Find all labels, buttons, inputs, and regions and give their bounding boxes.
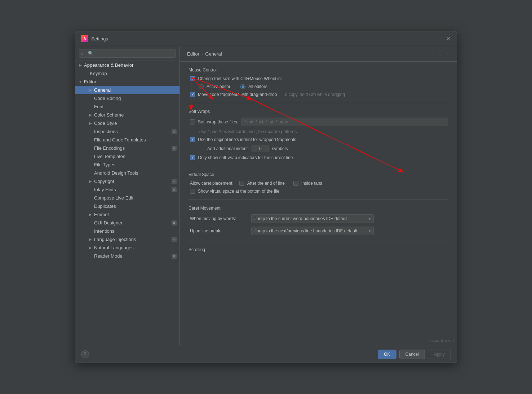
soft-wrap-files-checkbox[interactable] [190,119,195,124]
search-icon: ⌕ [81,51,84,56]
sidebar-label: Copyright [94,179,114,184]
show-virtual-checkbox[interactable] [190,189,195,194]
sidebar-label: Appearance & Behavior [84,62,133,68]
sidebar-item-font[interactable]: Font [75,102,179,111]
soft-wrap-indicators-label: Only show soft-wrap indicators for the c… [198,155,293,160]
change-font-size-checkbox[interactable]: ✓ [190,76,195,81]
change-font-size-label: Change font size with Ctrl+Mouse Wheel i… [198,76,282,81]
divider [189,103,448,103]
checkmark: ✓ [191,77,194,81]
nav-back-button[interactable]: ← [431,50,439,58]
sidebar-item-general[interactable]: ▶ General [75,86,179,94]
sidebar-item-reader-mode[interactable]: Reader Mode ≡ [75,252,179,260]
badge-icon: ≡ [172,237,177,242]
inside-tabs-checkbox[interactable] [293,181,298,186]
sidebar-item-compose-live[interactable]: Compose Live Edit [75,194,179,202]
move-code-checkbox[interactable]: ✓ [190,92,195,97]
sidebar-item-editor[interactable]: ▼ Editor [75,78,179,86]
help-button[interactable]: ? [81,350,89,358]
expand-icon [88,96,93,101]
sidebar-label: GUI Designer [94,220,123,226]
expand-icon: ▶ [88,179,93,184]
soft-wraps-title: Soft Wraps [189,109,448,114]
use-original-indent-label: Use the original line's indent for wrapp… [198,137,296,142]
when-moving-select[interactable]: Jump to the current word boundaries IDE … [251,214,374,223]
sidebar-item-android-design[interactable]: Android Design Tools [75,169,179,177]
nav-forward-button[interactable]: → [441,50,449,58]
show-virtual-label: Show virtual space at the bottom of the … [198,189,279,194]
move-code-label: Move code fragments with drag-and-drop [198,92,277,97]
all-editors-label: All editors [248,84,267,89]
main-content: Editor › General ← → [180,46,457,346]
expand-icon [88,146,93,150]
soft-wrap-files-input[interactable] [241,118,448,126]
allow-caret-label: Allow caret placement: [190,181,234,186]
sidebar-label: File and Code Templates [94,137,146,143]
sidebar-label: File Types [94,162,115,167]
sidebar-item-copyright[interactable]: ▶ Copyright ≡ [75,177,179,185]
sidebar-item-language-injections[interactable]: ▶ Language Injections ≡ [75,235,179,244]
sidebar-item-intentions[interactable]: Intentions [75,227,179,235]
sidebar-item-appearance[interactable]: ▶ Appearance & Behavior [75,61,179,69]
apply-button[interactable]: Apply [428,350,451,359]
breadcrumb-nav: ← → [431,50,449,58]
expand-icon: ▶ [88,121,93,126]
soft-wrap-indicators-checkbox[interactable]: ✓ [190,155,195,160]
search-input[interactable] [79,49,176,58]
checkmark: ✓ [191,138,194,142]
when-moving-row: When moving by words: Jump to the curren… [189,214,448,223]
sidebar-label: Keymap [90,71,107,76]
footer-right: OK Cancel Apply [378,350,451,359]
add-indent-input[interactable] [252,145,269,152]
badge-icon: ≡ [172,187,177,192]
search-wrapper: ⌕ [79,49,176,58]
sidebar-item-keymap[interactable]: Keymap [75,69,179,78]
title-bar-left: A Settings [81,35,108,42]
sidebar-item-code-editing[interactable]: Code Editing [75,94,179,102]
expand-icon [88,229,93,233]
ok-button[interactable]: OK [378,350,396,359]
sidebar-item-emmet[interactable]: ▶ Emmet [75,210,179,219]
after-end-checkbox[interactable] [239,181,244,186]
sidebar-label: Inlay Hints [94,187,116,192]
all-editors-radio[interactable] [240,84,245,89]
upon-line-break-label: Upon line break: [190,228,248,233]
divider [189,200,448,200]
dialog-footer: ? OK Cancel Apply [75,346,457,363]
soft-wrap-files-label: Soft-wrap these files: [198,119,238,124]
expand-icon [88,138,93,142]
cancel-button[interactable]: Cancel [399,350,425,359]
sidebar-item-inspections[interactable]: Inspections ≡ [75,127,179,136]
expand-icon [88,130,93,134]
after-end-label: After the end of line [247,181,285,186]
sidebar-item-inlay-hints[interactable]: Inlay Hints ≡ [75,185,179,194]
soft-wraps-section: Soft Wraps Soft-wrap these files: Use * … [189,109,448,160]
expand-icon: ▼ [78,80,83,84]
sidebar-item-color-scheme[interactable]: ▶ Color Scheme [75,111,179,119]
active-editor-radio[interactable] [199,84,204,89]
expand-icon [88,204,93,209]
checkmark: ✓ [191,93,194,97]
sidebar-item-natural-languages[interactable]: ▶ Natural Languages [75,244,179,252]
upon-line-break-select[interactable]: Jump to the next/previous line boundarie… [251,227,374,235]
move-code-hint: To copy, hold Ctrl while dragging [283,92,345,97]
close-button[interactable]: ✕ [445,36,451,41]
sidebar-label: Compose Live Edit [94,195,133,201]
sidebar-item-file-types[interactable]: File Types [75,161,179,169]
sidebar-label: Code Style [94,121,117,126]
use-original-indent-checkbox[interactable]: ✓ [190,137,195,142]
sidebar-item-file-code-templates[interactable]: File and Code Templates [75,136,179,144]
use-original-indent-row: ✓ Use the original line's indent for wra… [189,137,448,142]
sidebar-item-file-encodings[interactable]: File Encodings ≡ [75,144,179,152]
badge-icon: ≡ [172,220,177,226]
sidebar-item-code-style[interactable]: ▶ Code Style [75,119,179,127]
sidebar-item-duplicates[interactable]: Duplicates [75,202,179,210]
badge-icon: ≡ [172,146,177,151]
mouse-control-title: Mouse Control [189,67,448,73]
watermark: CSDN @CP:DD [430,339,454,343]
sidebar-item-live-templates[interactable]: Live Templates [75,152,179,161]
scrolling-title: Scrolling [189,247,448,252]
scrolling-section: Scrolling [189,247,448,252]
expand-icon [88,163,93,167]
sidebar-item-gui-designer[interactable]: GUI Designer ≡ [75,219,179,227]
